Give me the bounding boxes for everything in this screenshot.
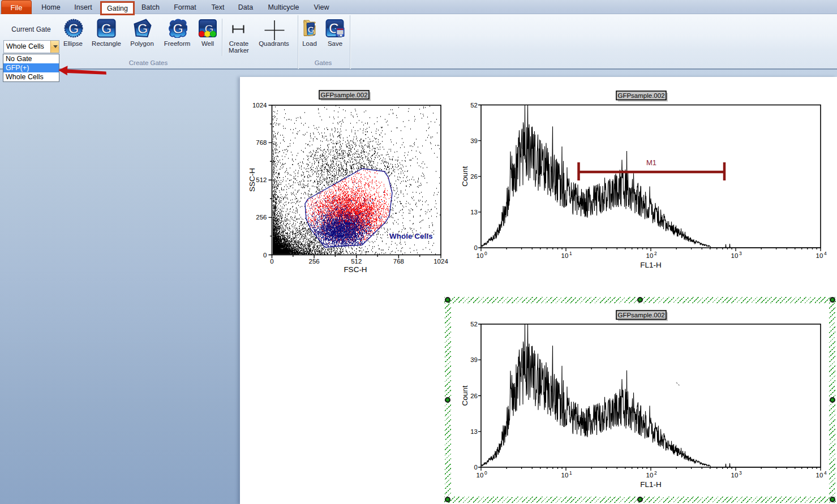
svg-text:SSC-H: SSC-H bbox=[248, 168, 256, 192]
svg-text:G: G bbox=[101, 21, 112, 36]
svg-text:768: 768 bbox=[256, 139, 267, 146]
svg-text:10: 10 bbox=[731, 472, 739, 479]
svg-text:13: 13 bbox=[470, 428, 478, 435]
svg-text:0: 0 bbox=[474, 244, 478, 251]
svg-text:10: 10 bbox=[646, 252, 654, 259]
svg-text:10: 10 bbox=[561, 252, 569, 259]
svg-text:256: 256 bbox=[309, 258, 320, 265]
svg-text:10: 10 bbox=[816, 472, 823, 479]
svg-text:GFPsample.002: GFPsample.002 bbox=[320, 92, 367, 98]
svg-text:10: 10 bbox=[561, 472, 569, 479]
svg-text:1024: 1024 bbox=[433, 258, 448, 265]
svg-text:10: 10 bbox=[731, 252, 739, 259]
svg-text:768: 768 bbox=[393, 258, 404, 265]
svg-text:52: 52 bbox=[470, 321, 478, 328]
svg-text:G: G bbox=[138, 21, 148, 36]
svg-text:4: 4 bbox=[824, 470, 827, 476]
svg-text:2: 2 bbox=[654, 470, 657, 476]
svg-text:FL1-H: FL1-H bbox=[640, 480, 662, 489]
svg-text:0: 0 bbox=[484, 470, 487, 476]
svg-text:39: 39 bbox=[470, 356, 478, 363]
svg-text:Whole Cells: Whole Cells bbox=[389, 232, 433, 240]
svg-text:FSC-H: FSC-H bbox=[344, 265, 367, 274]
svg-text:10: 10 bbox=[477, 252, 484, 259]
svg-text:Count: Count bbox=[461, 166, 469, 187]
svg-text:0: 0 bbox=[270, 258, 273, 265]
svg-text:2: 2 bbox=[654, 251, 657, 256]
svg-text:26: 26 bbox=[470, 393, 478, 399]
svg-text:0: 0 bbox=[263, 252, 267, 259]
svg-text:13: 13 bbox=[470, 209, 478, 216]
svg-text:512: 512 bbox=[351, 258, 362, 265]
svg-text:26: 26 bbox=[470, 173, 478, 180]
svg-text:512: 512 bbox=[256, 176, 267, 183]
svg-text:M1: M1 bbox=[646, 158, 656, 167]
svg-text:FL1-H: FL1-H bbox=[640, 261, 662, 269]
svg-text:52: 52 bbox=[470, 102, 478, 109]
svg-text:G: G bbox=[173, 21, 183, 36]
svg-text:1024: 1024 bbox=[252, 102, 267, 109]
svg-text:3: 3 bbox=[739, 470, 742, 476]
svg-text:10: 10 bbox=[646, 472, 654, 479]
svg-text:1: 1 bbox=[569, 251, 572, 256]
svg-text:G: G bbox=[68, 21, 79, 36]
svg-text:Count: Count bbox=[461, 385, 469, 406]
svg-text:GFPsample.002: GFPsample.002 bbox=[617, 92, 664, 99]
svg-text:GFPsample.002: GFPsample.002 bbox=[617, 312, 664, 318]
svg-text:1: 1 bbox=[569, 470, 572, 476]
svg-text:3: 3 bbox=[739, 251, 742, 256]
svg-text:0: 0 bbox=[474, 464, 478, 471]
svg-text:256: 256 bbox=[256, 214, 267, 221]
svg-text:10: 10 bbox=[816, 252, 823, 259]
svg-text:10: 10 bbox=[477, 472, 484, 479]
svg-text:4: 4 bbox=[824, 251, 827, 256]
svg-text:0: 0 bbox=[484, 251, 487, 256]
svg-text:39: 39 bbox=[470, 137, 478, 144]
